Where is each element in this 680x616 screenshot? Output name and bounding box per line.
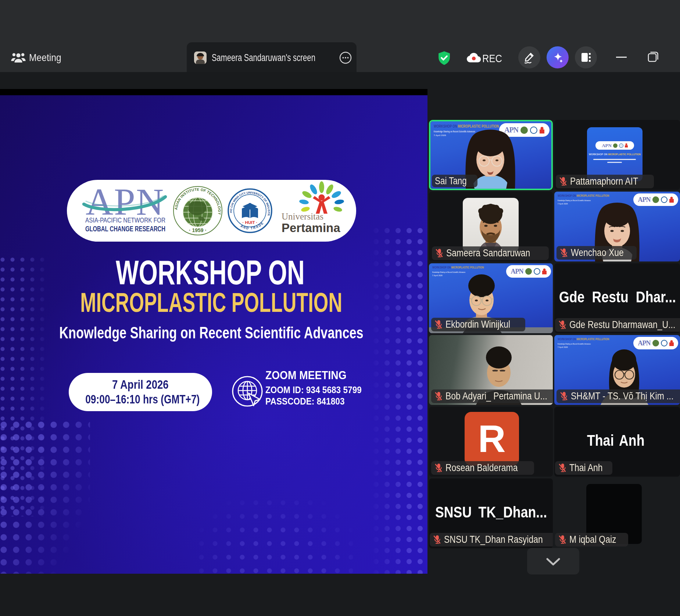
svg-text:· HUIT ·: · HUIT · xyxy=(243,220,258,225)
svg-text:Pertamina: Pertamina xyxy=(282,221,340,235)
svg-text:GLOBAL CHANGE RESEARCH: GLOBAL CHANGE RESEARCH xyxy=(85,224,165,233)
svg-text:Universitas: Universitas xyxy=(282,211,323,221)
svg-text:· 1959 ·: · 1959 · xyxy=(189,227,207,233)
svg-text:ASIA-PACIFIC NETWORK FOR: ASIA-PACIFIC NETWORK FOR xyxy=(85,216,165,224)
